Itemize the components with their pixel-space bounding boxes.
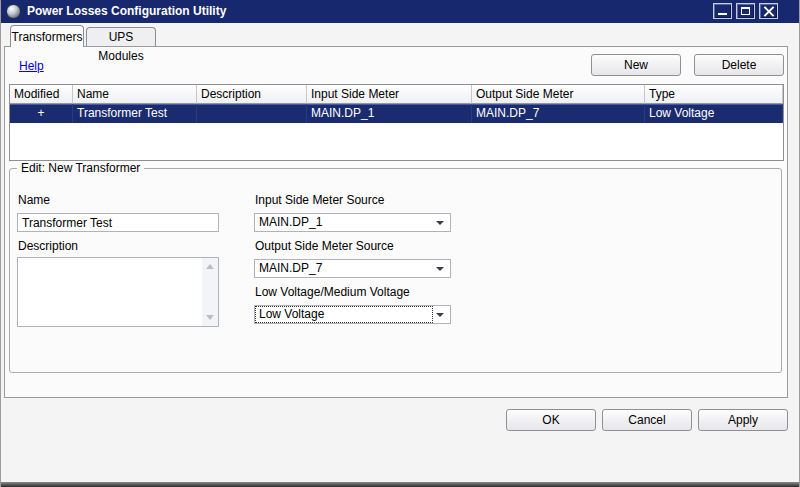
transformers-table: Modified Name Description Input Side Met… xyxy=(9,84,784,161)
cancel-button[interactable]: Cancel xyxy=(602,409,692,431)
edit-group-legend: Edit: New Transformer xyxy=(17,161,144,175)
header-cell-output-side-meter[interactable]: Output Side Meter xyxy=(472,85,645,104)
row-cell-output-side-meter: MAIN.DP_7 xyxy=(472,104,645,123)
row-cell-name: Transformer Test xyxy=(73,104,197,123)
scroll-down-icon[interactable] xyxy=(206,315,214,320)
header-cell-modified[interactable]: Modified xyxy=(10,85,73,104)
header-cell-type[interactable]: Type xyxy=(645,85,783,104)
name-label: Name xyxy=(18,193,50,207)
apply-button[interactable]: Apply xyxy=(698,409,788,431)
scroll-up-icon[interactable] xyxy=(206,264,214,269)
input-meter-select[interactable]: MAIN.DP_1 xyxy=(254,213,451,232)
table-row[interactable]: + Transformer Test MAIN.DP_1 MAIN.DP_7 L… xyxy=(10,104,783,123)
voltage-select[interactable]: Low Voltage xyxy=(254,305,451,324)
description-textarea-container xyxy=(17,257,219,327)
dropdown-arrow-icon xyxy=(436,221,444,225)
input-meter-selected-value: MAIN.DP_1 xyxy=(256,215,432,230)
textarea-scrollbar[interactable] xyxy=(202,258,218,326)
input-meter-label: Input Side Meter Source xyxy=(255,193,384,207)
voltage-label: Low Voltage/Medium Voltage xyxy=(255,285,410,299)
description-label: Description xyxy=(18,239,78,253)
header-cell-description[interactable]: Description xyxy=(197,85,307,104)
dropdown-arrow-icon xyxy=(436,313,444,317)
output-meter-label: Output Side Meter Source xyxy=(255,239,394,253)
row-cell-type: Low Voltage xyxy=(645,104,783,123)
dropdown-arrow-icon xyxy=(436,267,444,271)
close-button[interactable] xyxy=(759,3,778,19)
output-meter-selected-value: MAIN.DP_7 xyxy=(256,261,432,276)
window-title: Power Losses Configuration Utility xyxy=(27,0,226,23)
window-controls xyxy=(713,3,778,19)
table-header: Modified Name Description Input Side Met… xyxy=(10,85,783,104)
window-frame-bottom xyxy=(1,482,800,487)
ok-button[interactable]: OK xyxy=(506,409,596,431)
maximize-icon xyxy=(741,7,750,15)
title-bar: Power Losses Configuration Utility xyxy=(1,0,800,23)
description-textarea[interactable] xyxy=(18,258,202,326)
app-icon xyxy=(6,4,21,19)
header-cell-name[interactable]: Name xyxy=(73,85,197,104)
power-losses-configuration-window: Power Losses Configuration Utility Trans… xyxy=(0,0,800,487)
minimize-button[interactable] xyxy=(713,3,732,19)
maximize-button[interactable] xyxy=(736,3,755,19)
help-link[interactable]: Help xyxy=(19,59,44,73)
new-button[interactable]: New xyxy=(591,54,681,76)
name-input[interactable] xyxy=(17,213,219,232)
minimize-icon xyxy=(718,13,727,15)
row-cell-description xyxy=(197,104,307,123)
header-cell-input-side-meter[interactable]: Input Side Meter xyxy=(307,85,472,104)
tab-ups-modules[interactable]: UPS Modules xyxy=(86,27,156,46)
voltage-selected-value: Low Voltage xyxy=(256,307,432,322)
delete-button[interactable]: Delete xyxy=(694,54,784,76)
output-meter-select[interactable]: MAIN.DP_7 xyxy=(254,259,451,278)
row-cell-input-side-meter: MAIN.DP_1 xyxy=(307,104,472,123)
row-cell-modified: + xyxy=(10,104,73,123)
tab-transformers[interactable]: Transformers xyxy=(10,25,84,47)
close-icon xyxy=(763,6,774,16)
